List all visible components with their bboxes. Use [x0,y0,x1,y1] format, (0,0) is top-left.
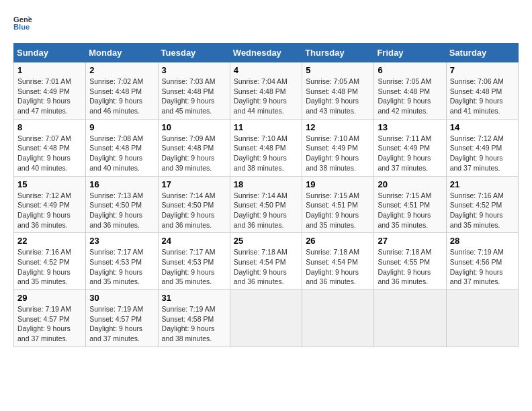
calendar-header-row: SundayMondayTuesdayWednesdayThursdayFrid… [14,44,519,62]
calendar-cell: 31 Sunrise: 7:19 AM Sunset: 4:58 PM Dayl… [158,290,230,347]
day-number: 28 [450,236,515,246]
week-row-1: 1 Sunrise: 7:01 AM Sunset: 4:49 PM Dayli… [14,62,519,120]
day-number: 2 [89,65,154,75]
day-info: Sunrise: 7:07 AM Sunset: 4:48 PM Dayligh… [17,134,71,172]
calendar-cell: 23 Sunrise: 7:17 AM Sunset: 4:53 PM Dayl… [86,233,158,290]
day-number: 30 [89,293,154,303]
page-header: General Blue [13,13,519,32]
day-info: Sunrise: 7:02 AM Sunset: 4:48 PM Dayligh… [89,77,143,115]
day-number: 18 [234,179,298,189]
calendar-cell: 15 Sunrise: 7:12 AM Sunset: 4:49 PM Dayl… [14,176,86,233]
svg-text:Blue: Blue [13,23,30,31]
day-info: Sunrise: 7:12 AM Sunset: 4:49 PM Dayligh… [450,134,504,172]
day-info: Sunrise: 7:12 AM Sunset: 4:49 PM Dayligh… [17,191,71,229]
day-info: Sunrise: 7:18 AM Sunset: 4:54 PM Dayligh… [234,248,287,285]
calendar-cell: 11 Sunrise: 7:10 AM Sunset: 4:48 PM Dayl… [230,119,302,176]
day-info: Sunrise: 7:05 AM Sunset: 4:48 PM Dayligh… [378,77,431,115]
calendar-cell: 13 Sunrise: 7:11 AM Sunset: 4:49 PM Dayl… [374,119,446,176]
calendar-cell: 4 Sunrise: 7:04 AM Sunset: 4:48 PM Dayli… [230,62,302,120]
calendar-cell: 24 Sunrise: 7:17 AM Sunset: 4:53 PM Dayl… [158,233,230,290]
day-info: Sunrise: 7:06 AM Sunset: 4:48 PM Dayligh… [450,77,504,115]
day-number: 26 [306,236,370,246]
day-number: 17 [162,179,226,189]
day-info: Sunrise: 7:14 AM Sunset: 4:50 PM Dayligh… [234,191,287,229]
day-info: Sunrise: 7:19 AM Sunset: 4:56 PM Dayligh… [450,248,504,285]
day-info: Sunrise: 7:18 AM Sunset: 4:55 PM Dayligh… [378,248,431,285]
calendar-cell: 12 Sunrise: 7:10 AM Sunset: 4:49 PM Dayl… [302,119,374,176]
calendar-cell: 14 Sunrise: 7:12 AM Sunset: 4:49 PM Dayl… [446,119,518,176]
calendar-cell [302,290,374,347]
day-info: Sunrise: 7:16 AM Sunset: 4:52 PM Dayligh… [450,191,504,229]
calendar-cell: 2 Sunrise: 7:02 AM Sunset: 4:48 PM Dayli… [86,62,158,120]
calendar-cell: 22 Sunrise: 7:16 AM Sunset: 4:52 PM Dayl… [14,233,86,290]
calendar-cell: 10 Sunrise: 7:09 AM Sunset: 4:48 PM Dayl… [158,119,230,176]
day-number: 3 [162,65,226,75]
day-number: 21 [450,179,515,189]
day-number: 19 [306,179,370,189]
day-number: 7 [450,65,515,75]
calendar-cell: 19 Sunrise: 7:15 AM Sunset: 4:51 PM Dayl… [302,176,374,233]
calendar-cell: 5 Sunrise: 7:05 AM Sunset: 4:48 PM Dayli… [302,62,374,120]
day-info: Sunrise: 7:03 AM Sunset: 4:48 PM Dayligh… [162,77,216,115]
logo: General Blue [13,13,32,32]
day-info: Sunrise: 7:08 AM Sunset: 4:48 PM Dayligh… [89,134,143,172]
calendar-cell: 6 Sunrise: 7:05 AM Sunset: 4:48 PM Dayli… [374,62,446,120]
day-number: 1 [17,65,82,75]
day-number: 11 [234,122,298,132]
day-number: 4 [234,65,298,75]
day-info: Sunrise: 7:10 AM Sunset: 4:49 PM Dayligh… [306,134,359,172]
day-info: Sunrise: 7:15 AM Sunset: 4:51 PM Dayligh… [306,191,359,229]
calendar-cell: 28 Sunrise: 7:19 AM Sunset: 4:56 PM Dayl… [446,233,518,290]
day-number: 24 [162,236,226,246]
day-number: 5 [306,65,370,75]
day-number: 27 [378,236,442,246]
calendar-cell: 21 Sunrise: 7:16 AM Sunset: 4:52 PM Dayl… [446,176,518,233]
calendar-cell: 8 Sunrise: 7:07 AM Sunset: 4:48 PM Dayli… [14,119,86,176]
calendar-cell: 1 Sunrise: 7:01 AM Sunset: 4:49 PM Dayli… [14,62,86,120]
day-number: 6 [378,65,442,75]
logo-icon: General Blue [13,13,32,32]
day-number: 23 [89,236,154,246]
day-number: 9 [89,122,154,132]
day-number: 15 [17,179,82,189]
calendar-cell: 29 Sunrise: 7:19 AM Sunset: 4:57 PM Dayl… [14,290,86,347]
day-info: Sunrise: 7:04 AM Sunset: 4:48 PM Dayligh… [234,77,287,115]
day-number: 12 [306,122,370,132]
day-number: 25 [234,236,298,246]
day-info: Sunrise: 7:17 AM Sunset: 4:53 PM Dayligh… [89,248,143,285]
day-info: Sunrise: 7:13 AM Sunset: 4:50 PM Dayligh… [89,191,143,229]
day-info: Sunrise: 7:09 AM Sunset: 4:48 PM Dayligh… [162,134,216,172]
day-info: Sunrise: 7:18 AM Sunset: 4:54 PM Dayligh… [306,248,359,285]
week-row-2: 8 Sunrise: 7:07 AM Sunset: 4:48 PM Dayli… [14,119,519,176]
day-number: 22 [17,236,82,246]
day-number: 29 [17,293,82,303]
column-header-sunday: Sunday [14,44,86,62]
column-header-thursday: Thursday [302,44,374,62]
day-info: Sunrise: 7:05 AM Sunset: 4:48 PM Dayligh… [306,77,359,115]
day-number: 31 [162,293,226,303]
calendar-cell: 16 Sunrise: 7:13 AM Sunset: 4:50 PM Dayl… [86,176,158,233]
column-header-saturday: Saturday [446,44,518,62]
column-header-wednesday: Wednesday [230,44,302,62]
svg-text:General: General [13,15,32,24]
calendar-cell: 30 Sunrise: 7:19 AM Sunset: 4:57 PM Dayl… [86,290,158,347]
calendar-cell [230,290,302,347]
calendar-cell: 3 Sunrise: 7:03 AM Sunset: 4:48 PM Dayli… [158,62,230,120]
calendar-cell: 27 Sunrise: 7:18 AM Sunset: 4:55 PM Dayl… [374,233,446,290]
calendar-table: SundayMondayTuesdayWednesdayThursdayFrid… [13,43,519,347]
day-number: 8 [17,122,82,132]
day-info: Sunrise: 7:15 AM Sunset: 4:51 PM Dayligh… [378,191,431,229]
day-info: Sunrise: 7:10 AM Sunset: 4:48 PM Dayligh… [234,134,287,172]
day-info: Sunrise: 7:19 AM Sunset: 4:58 PM Dayligh… [162,305,216,342]
day-info: Sunrise: 7:17 AM Sunset: 4:53 PM Dayligh… [162,248,216,285]
calendar-cell: 7 Sunrise: 7:06 AM Sunset: 4:48 PM Dayli… [446,62,518,120]
week-row-4: 22 Sunrise: 7:16 AM Sunset: 4:52 PM Dayl… [14,233,519,290]
calendar-cell: 18 Sunrise: 7:14 AM Sunset: 4:50 PM Dayl… [230,176,302,233]
column-header-friday: Friday [374,44,446,62]
day-number: 16 [89,179,154,189]
calendar-cell [374,290,446,347]
calendar-cell: 17 Sunrise: 7:14 AM Sunset: 4:50 PM Dayl… [158,176,230,233]
day-number: 10 [162,122,226,132]
calendar-cell: 25 Sunrise: 7:18 AM Sunset: 4:54 PM Dayl… [230,233,302,290]
calendar-cell: 20 Sunrise: 7:15 AM Sunset: 4:51 PM Dayl… [374,176,446,233]
